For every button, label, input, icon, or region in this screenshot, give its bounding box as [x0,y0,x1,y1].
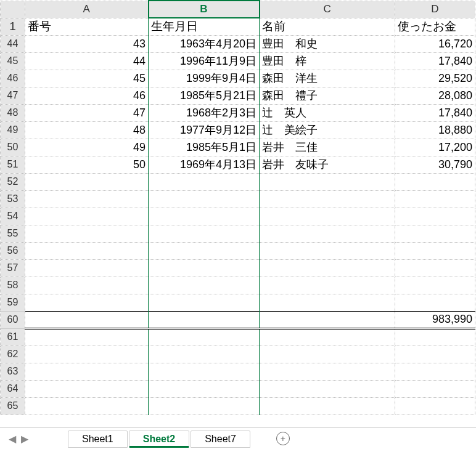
blank-row[interactable]: 58 [1,277,475,294]
cell-c[interactable]: 森田 禮子 [260,87,395,104]
cell[interactable] [260,190,395,208]
frozen-header-row[interactable]: 1 番号 生年月日 名前 使ったお金 [1,18,475,35]
cell[interactable] [25,294,149,311]
cell[interactable] [395,190,475,208]
row-header[interactable]: 57 [1,259,25,277]
blank-row[interactable]: 61 [1,328,475,346]
cell-a[interactable]: 44 [25,52,149,70]
spreadsheet-grid[interactable]: A B C D 1 番号 生年月日 名前 使ったお金 44 43 1963年4月… [0,0,475,415]
nav-next-icon[interactable]: ▶ [21,433,28,445]
cell-c[interactable]: 岩井 三佳 [260,139,395,156]
row-header[interactable]: 59 [1,294,25,311]
row-header[interactable]: 45 [1,52,25,70]
cell[interactable] [395,208,475,225]
blank-row[interactable]: 59 [1,294,475,311]
data-row[interactable]: 44 43 1963年4月20日 豊田 和史 16,720 [1,35,475,52]
cell-b[interactable]: 1985年5月1日 [149,139,260,156]
cell[interactable] [260,242,395,259]
cell[interactable] [25,208,149,225]
cell[interactable] [25,259,149,277]
cell[interactable] [149,346,260,363]
cell[interactable] [149,363,260,380]
column-header-row[interactable]: A B C D [1,1,475,18]
cell[interactable] [395,328,475,346]
row-header[interactable]: 60 [1,311,25,328]
row-header[interactable]: 46 [1,70,25,87]
cell[interactable] [149,259,260,277]
sheet-tab-7[interactable]: Sheet7 [191,431,250,448]
row-header[interactable]: 47 [1,87,25,104]
cell-d[interactable]: 16,720 [395,35,475,52]
row-header[interactable]: 62 [1,346,25,363]
cell[interactable] [25,225,149,242]
row-header-1[interactable]: 1 [1,18,25,35]
data-row[interactable]: 47 46 1985年5月21日 森田 禮子 28,080 [1,87,475,104]
cell[interactable] [395,259,475,277]
col-header-b[interactable]: B [149,1,260,18]
cell-d[interactable]: 17,840 [395,104,475,121]
cell[interactable] [25,380,149,397]
data-row[interactable]: 46 45 1999年9月4日 森田 洋生 29,520 [1,70,475,87]
blank-row[interactable]: 54 [1,208,475,225]
cell[interactable] [25,242,149,259]
cell[interactable] [149,380,260,397]
cell-a[interactable]: 45 [25,70,149,87]
cell[interactable] [260,277,395,294]
cell[interactable] [260,346,395,363]
cell[interactable] [25,328,149,346]
row-header[interactable]: 52 [1,173,25,190]
data-row[interactable]: 51 50 1969年4月13日 岩井 友味子 30,790 [1,156,475,173]
row-header[interactable]: 56 [1,242,25,259]
cell-b[interactable]: 1999年9月4日 [149,70,260,87]
cell-d[interactable]: 30,790 [395,156,475,173]
cell[interactable] [395,380,475,397]
blank-row[interactable]: 53 [1,190,475,208]
data-row[interactable]: 49 48 1977年9月12日 辻 美絵子 18,880 [1,121,475,139]
row-header[interactable]: 50 [1,139,25,156]
cell[interactable] [395,242,475,259]
cell-d1[interactable]: 使ったお金 [395,18,475,35]
select-all-corner[interactable] [1,1,25,18]
cell-b[interactable]: 1985年5月21日 [149,87,260,104]
cell[interactable] [25,397,149,415]
cell-b[interactable]: 1969年4月13日 [149,156,260,173]
cell-a[interactable] [25,311,149,328]
cell[interactable] [149,294,260,311]
cell[interactable] [395,173,475,190]
cell-a[interactable]: 46 [25,87,149,104]
cell-d-sum[interactable]: 983,990 [395,311,475,328]
blank-row[interactable]: 63 [1,363,475,380]
cell-c[interactable]: 豊田 梓 [260,52,395,70]
cell[interactable] [25,363,149,380]
cell-b[interactable]: 1977年9月12日 [149,121,260,139]
cell-b[interactable]: 1963年4月20日 [149,35,260,52]
cell-c[interactable]: 辻 美絵子 [260,121,395,139]
blank-row[interactable]: 65 [1,397,475,415]
cell-d[interactable]: 29,520 [395,70,475,87]
row-header[interactable]: 53 [1,190,25,208]
blank-row[interactable]: 56 [1,242,475,259]
cell-c[interactable]: 辻 英人 [260,104,395,121]
cell-b[interactable]: 1996年11月9日 [149,52,260,70]
row-header[interactable]: 51 [1,156,25,173]
nav-prev-icon[interactable]: ◀ [9,433,16,445]
blank-row[interactable]: 64 [1,380,475,397]
data-row[interactable]: 48 47 1968年2月3日 辻 英人 17,840 [1,104,475,121]
row-header[interactable]: 64 [1,380,25,397]
row-header[interactable]: 49 [1,121,25,139]
blank-row[interactable]: 62 [1,346,475,363]
grid-scroll[interactable]: A B C D 1 番号 生年月日 名前 使ったお金 44 43 1963年4月… [0,0,476,428]
cell[interactable] [260,294,395,311]
cell[interactable] [149,173,260,190]
cell[interactable] [149,242,260,259]
cell[interactable] [395,363,475,380]
cell[interactable] [395,346,475,363]
col-header-d[interactable]: D [395,1,475,18]
cell-c[interactable]: 岩井 友味子 [260,156,395,173]
data-row[interactable]: 50 49 1985年5月1日 岩井 三佳 17,200 [1,139,475,156]
cell-d[interactable]: 17,200 [395,139,475,156]
cell-a1[interactable]: 番号 [25,18,149,35]
cell[interactable] [149,208,260,225]
cell[interactable] [260,380,395,397]
cell[interactable] [260,225,395,242]
